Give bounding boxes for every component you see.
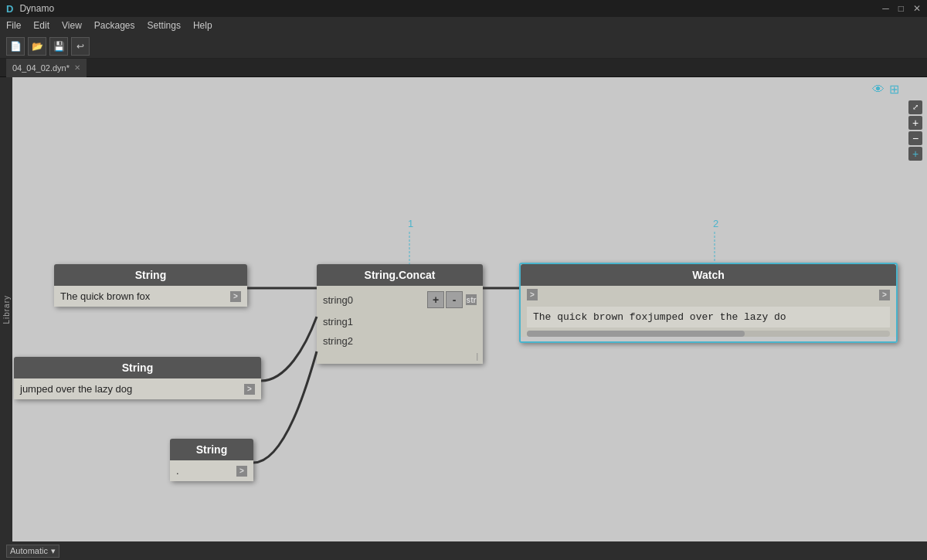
string-node-2: String jumped over the lazy dog > — [14, 357, 261, 399]
string-node-1-value: The quick brown fox — [60, 290, 226, 302]
menu-settings[interactable]: Settings — [148, 20, 181, 31]
app-icon: D — [6, 3, 13, 15]
fit-view-button[interactable]: ⤢ — [908, 100, 922, 114]
add-input-button[interactable]: + — [427, 291, 444, 308]
tab-main[interactable]: 04_04_02.dyn* ✕ — [6, 59, 87, 77]
library-label: Library — [2, 295, 11, 324]
string-node-2-body: jumped over the lazy dog > — [14, 378, 261, 399]
index-label-1: 1 — [408, 218, 413, 229]
string-node-3-value: . — [176, 465, 232, 477]
plus-minus-controls: + - — [427, 291, 463, 308]
string-node-1: String The quick brown fox > — [54, 264, 247, 307]
undo-button[interactable]: ↩ — [71, 37, 90, 56]
string-concat-row-2: string2 — [317, 331, 483, 351]
string-node-2-output-port[interactable]: > — [244, 384, 255, 395]
watch-input-row: > > — [521, 286, 896, 304]
run-mode-label: Automatic — [10, 546, 48, 555]
string-node-3-row: . > — [170, 462, 253, 480]
view-icon-1[interactable]: 👁 — [872, 83, 885, 97]
string-node-3: String . > — [170, 439, 253, 481]
close-button[interactable]: ✕ — [913, 3, 921, 14]
watch-input-port[interactable]: > — [527, 289, 538, 300]
run-mode-dropdown[interactable]: Automatic ▾ — [6, 545, 59, 558]
string-node-2-value: jumped over the lazy dog — [20, 383, 239, 395]
menu-view[interactable]: View — [62, 20, 82, 31]
menu-bar: File Edit View Packages Settings Help — [0, 17, 927, 34]
canvas[interactable]: Library 👁 ⊞ ⤢ + − + 1 2 String The quick… — [0, 77, 927, 541]
tab-label: 04_04_02.dyn* — [12, 63, 70, 73]
string-node-3-output-port[interactable]: > — [236, 466, 247, 477]
string-concat-row-1: string1 — [317, 312, 483, 331]
zoom-controls: ⤢ + − + — [908, 100, 922, 161]
title-bar-left: D Dynamo — [6, 3, 54, 15]
app-title: Dynamo — [19, 3, 54, 14]
resize-handle[interactable]: | — [317, 351, 483, 362]
string-node-3-body: . > — [170, 460, 253, 481]
watch-body: > > The quick brown foxjumped over the l… — [521, 286, 896, 337]
dropdown-arrow-icon: ▾ — [51, 546, 56, 556]
string-concat-node: String.Concat string0 + - str string1 st… — [317, 264, 483, 364]
minimize-button[interactable]: ─ — [882, 3, 889, 14]
save-button[interactable]: 💾 — [49, 37, 68, 56]
title-bar: D Dynamo ─ □ ✕ — [0, 0, 927, 17]
status-bar: Automatic ▾ — [0, 541, 927, 560]
tab-bar: 04_04_02.dyn* ✕ — [0, 59, 927, 77]
view-icon-2[interactable]: ⊞ — [889, 82, 899, 97]
string-concat-row-0: string0 + - str — [317, 287, 483, 312]
index-label-2: 2 — [713, 218, 718, 229]
zoom-in-button[interactable]: + — [908, 116, 922, 130]
watch-node: Watch > > The quick brown foxjumped over… — [519, 263, 898, 343]
concat-output-port[interactable]: str — [466, 294, 477, 305]
string-concat-body: string0 + - str string1 string2 | — [317, 286, 483, 364]
tab-close-button[interactable]: ✕ — [74, 63, 80, 72]
string0-label: string0 — [323, 294, 427, 306]
string-concat-header: String.Concat — [317, 264, 483, 286]
string-node-3-header: String — [170, 439, 253, 460]
watch-scrollbar-thumb — [527, 331, 745, 337]
watch-header: Watch — [521, 264, 896, 286]
string2-label: string2 — [323, 335, 353, 347]
menu-edit[interactable]: Edit — [33, 20, 49, 31]
string-node-1-body: The quick brown fox > — [54, 286, 247, 307]
string1-label: string1 — [323, 316, 353, 328]
string-node-1-row: The quick brown fox > — [54, 287, 247, 305]
menu-file[interactable]: File — [6, 20, 21, 31]
toolbar: 📄 📂 💾 ↩ — [0, 34, 927, 59]
zoom-out-button[interactable]: − — [908, 131, 922, 145]
zoom-extra-button[interactable]: + — [908, 147, 922, 161]
menu-packages[interactable]: Packages — [94, 20, 135, 31]
watch-scrollbar[interactable] — [527, 331, 890, 337]
string-node-2-row: jumped over the lazy dog > — [14, 380, 261, 398]
remove-input-button[interactable]: - — [446, 291, 463, 308]
new-button[interactable]: 📄 — [6, 37, 25, 56]
string-node-1-output-port[interactable]: > — [230, 291, 241, 302]
left-panel[interactable]: Library — [0, 77, 12, 541]
open-button[interactable]: 📂 — [28, 37, 46, 56]
watch-output-port[interactable]: > — [879, 290, 890, 300]
menu-help[interactable]: Help — [193, 20, 212, 31]
string-node-2-header: String — [14, 357, 261, 378]
string-node-1-header: String — [54, 264, 247, 286]
restore-button[interactable]: □ — [898, 3, 904, 14]
canvas-view-controls: 👁 ⊞ — [872, 82, 899, 97]
title-bar-controls: ─ □ ✕ — [882, 3, 921, 14]
watch-output-text: The quick brown foxjumped over the lazy … — [527, 307, 890, 328]
